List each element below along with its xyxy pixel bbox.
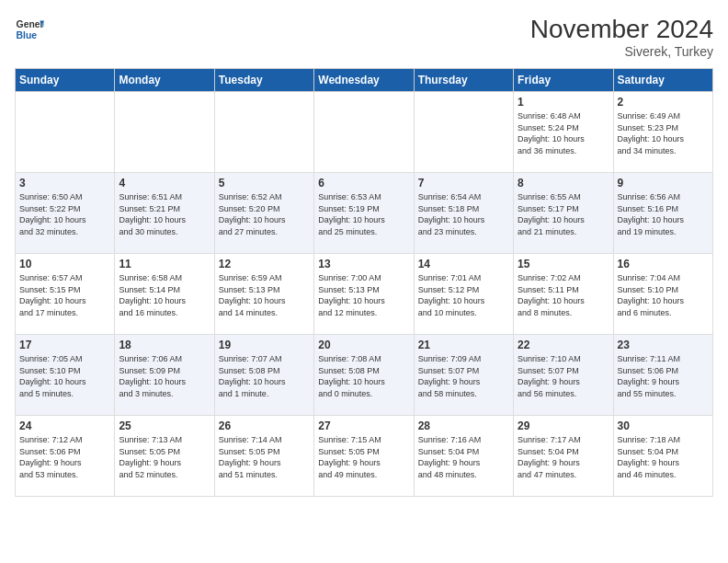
calendar-cell: 8Sunrise: 6:55 AM Sunset: 5:17 PM Daylig…	[514, 173, 613, 254]
day-info: Sunrise: 7:15 AM Sunset: 5:05 PM Dayligh…	[318, 434, 409, 480]
day-number: 24	[19, 419, 110, 432]
day-number: 12	[219, 258, 310, 270]
day-info: Sunrise: 7:09 AM Sunset: 5:07 PM Dayligh…	[418, 353, 509, 399]
calendar-cell: 25Sunrise: 7:13 AM Sunset: 5:05 PM Dayli…	[115, 416, 214, 497]
day-info: Sunrise: 7:06 AM Sunset: 5:09 PM Dayligh…	[119, 353, 210, 399]
day-info: Sunrise: 7:02 AM Sunset: 5:11 PM Dayligh…	[518, 272, 609, 318]
day-number: 1	[518, 96, 609, 109]
day-info: Sunrise: 7:04 AM Sunset: 5:10 PM Dayligh…	[618, 272, 709, 318]
calendar-row-1: 1Sunrise: 6:48 AM Sunset: 5:24 PM Daylig…	[16, 92, 713, 173]
calendar-cell: 19Sunrise: 7:07 AM Sunset: 5:08 PM Dayli…	[214, 335, 313, 416]
day-number: 19	[219, 339, 310, 351]
calendar-cell	[414, 92, 513, 173]
calendar-cell: 26Sunrise: 7:14 AM Sunset: 5:05 PM Dayli…	[214, 416, 313, 497]
calendar-cell: 29Sunrise: 7:17 AM Sunset: 5:04 PM Dayli…	[514, 416, 613, 497]
calendar-cell	[115, 92, 214, 173]
day-info: Sunrise: 7:12 AM Sunset: 5:06 PM Dayligh…	[19, 434, 110, 480]
day-number: 26	[219, 419, 310, 432]
calendar-row-5: 24Sunrise: 7:12 AM Sunset: 5:06 PM Dayli…	[16, 416, 713, 497]
month-title: November 2024	[530, 15, 713, 44]
calendar-cell: 21Sunrise: 7:09 AM Sunset: 5:07 PM Dayli…	[414, 335, 513, 416]
calendar-cell: 28Sunrise: 7:16 AM Sunset: 5:04 PM Dayli…	[414, 416, 513, 497]
weekday-tuesday: Tuesday	[214, 69, 313, 92]
day-number: 14	[418, 258, 509, 270]
calendar-cell: 11Sunrise: 6:58 AM Sunset: 5:14 PM Dayli…	[115, 254, 214, 335]
day-number: 21	[418, 339, 509, 351]
day-number: 17	[19, 339, 110, 351]
day-number: 20	[318, 339, 409, 351]
day-info: Sunrise: 7:17 AM Sunset: 5:04 PM Dayligh…	[518, 434, 609, 480]
calendar-cell: 7Sunrise: 6:54 AM Sunset: 5:18 PM Daylig…	[414, 173, 513, 254]
day-info: Sunrise: 7:13 AM Sunset: 5:05 PM Dayligh…	[119, 434, 210, 480]
day-number: 15	[518, 258, 609, 270]
day-info: Sunrise: 7:05 AM Sunset: 5:10 PM Dayligh…	[19, 353, 110, 399]
day-number: 10	[19, 258, 110, 270]
day-number: 3	[19, 177, 110, 190]
day-number: 16	[618, 258, 709, 270]
calendar-cell: 30Sunrise: 7:18 AM Sunset: 5:04 PM Dayli…	[613, 416, 712, 497]
day-info: Sunrise: 6:52 AM Sunset: 5:20 PM Dayligh…	[219, 191, 310, 237]
calendar-cell: 2Sunrise: 6:49 AM Sunset: 5:23 PM Daylig…	[613, 92, 712, 173]
calendar-cell: 18Sunrise: 7:06 AM Sunset: 5:09 PM Dayli…	[115, 335, 214, 416]
day-info: Sunrise: 6:55 AM Sunset: 5:17 PM Dayligh…	[518, 191, 609, 237]
logo: General Blue	[15, 15, 44, 44]
calendar-cell	[214, 92, 313, 173]
calendar-cell: 12Sunrise: 6:59 AM Sunset: 5:13 PM Dayli…	[214, 254, 313, 335]
logo-icon: General Blue	[15, 15, 44, 44]
day-info: Sunrise: 6:56 AM Sunset: 5:16 PM Dayligh…	[618, 191, 709, 237]
calendar-cell: 10Sunrise: 6:57 AM Sunset: 5:15 PM Dayli…	[16, 254, 115, 335]
header: General Blue November 2024 Siverek, Turk…	[15, 15, 713, 59]
day-info: Sunrise: 7:00 AM Sunset: 5:13 PM Dayligh…	[318, 272, 409, 318]
day-number: 23	[618, 339, 709, 351]
day-info: Sunrise: 7:18 AM Sunset: 5:04 PM Dayligh…	[618, 434, 709, 480]
svg-text:Blue: Blue	[17, 30, 38, 40]
day-number: 9	[618, 177, 709, 190]
day-number: 8	[518, 177, 609, 190]
calendar-cell: 5Sunrise: 6:52 AM Sunset: 5:20 PM Daylig…	[214, 173, 313, 254]
weekday-header-row: SundayMondayTuesdayWednesdayThursdayFrid…	[16, 69, 713, 92]
weekday-monday: Monday	[115, 69, 214, 92]
calendar-cell: 16Sunrise: 7:04 AM Sunset: 5:10 PM Dayli…	[613, 254, 712, 335]
calendar-cell: 14Sunrise: 7:01 AM Sunset: 5:12 PM Dayli…	[414, 254, 513, 335]
day-info: Sunrise: 7:01 AM Sunset: 5:12 PM Dayligh…	[418, 272, 509, 318]
calendar-row-4: 17Sunrise: 7:05 AM Sunset: 5:10 PM Dayli…	[16, 335, 713, 416]
calendar-row-3: 10Sunrise: 6:57 AM Sunset: 5:15 PM Dayli…	[16, 254, 713, 335]
day-info: Sunrise: 7:11 AM Sunset: 5:06 PM Dayligh…	[618, 353, 709, 399]
day-info: Sunrise: 7:07 AM Sunset: 5:08 PM Dayligh…	[219, 353, 310, 399]
weekday-wednesday: Wednesday	[314, 69, 414, 92]
day-info: Sunrise: 7:14 AM Sunset: 5:05 PM Dayligh…	[219, 434, 310, 480]
day-number: 25	[119, 419, 210, 432]
day-info: Sunrise: 6:54 AM Sunset: 5:18 PM Dayligh…	[418, 191, 509, 237]
day-info: Sunrise: 6:57 AM Sunset: 5:15 PM Dayligh…	[19, 272, 110, 318]
calendar-cell: 13Sunrise: 7:00 AM Sunset: 5:13 PM Dayli…	[314, 254, 414, 335]
calendar-cell: 6Sunrise: 6:53 AM Sunset: 5:19 PM Daylig…	[314, 173, 414, 254]
day-number: 22	[518, 339, 609, 351]
day-number: 11	[119, 258, 210, 270]
calendar-row-2: 3Sunrise: 6:50 AM Sunset: 5:22 PM Daylig…	[16, 173, 713, 254]
day-number: 30	[618, 419, 709, 432]
day-number: 18	[119, 339, 210, 351]
calendar-cell	[16, 92, 115, 173]
calendar-cell: 1Sunrise: 6:48 AM Sunset: 5:24 PM Daylig…	[514, 92, 613, 173]
page: General Blue November 2024 Siverek, Turk…	[0, 0, 728, 563]
day-number: 29	[518, 419, 609, 432]
location: Siverek, Turkey	[530, 44, 713, 59]
weekday-thursday: Thursday	[414, 69, 513, 92]
weekday-sunday: Sunday	[16, 69, 115, 92]
day-info: Sunrise: 6:49 AM Sunset: 5:23 PM Dayligh…	[618, 110, 709, 156]
day-number: 6	[318, 177, 409, 190]
weekday-friday: Friday	[514, 69, 613, 92]
day-number: 28	[418, 419, 509, 432]
calendar-cell	[314, 92, 414, 173]
calendar-cell: 17Sunrise: 7:05 AM Sunset: 5:10 PM Dayli…	[16, 335, 115, 416]
calendar-cell: 22Sunrise: 7:10 AM Sunset: 5:07 PM Dayli…	[514, 335, 613, 416]
day-info: Sunrise: 6:59 AM Sunset: 5:13 PM Dayligh…	[219, 272, 310, 318]
day-info: Sunrise: 6:58 AM Sunset: 5:14 PM Dayligh…	[119, 272, 210, 318]
day-number: 4	[119, 177, 210, 190]
day-number: 7	[418, 177, 509, 190]
weekday-saturday: Saturday	[613, 69, 712, 92]
calendar-cell: 4Sunrise: 6:51 AM Sunset: 5:21 PM Daylig…	[115, 173, 214, 254]
title-block: November 2024 Siverek, Turkey	[530, 15, 713, 59]
day-info: Sunrise: 6:50 AM Sunset: 5:22 PM Dayligh…	[19, 191, 110, 237]
calendar-cell: 20Sunrise: 7:08 AM Sunset: 5:08 PM Dayli…	[314, 335, 414, 416]
